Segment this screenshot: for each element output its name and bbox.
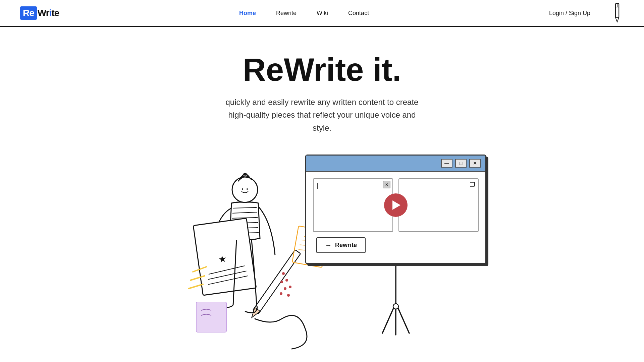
window-titlebar: — □ ✕ bbox=[306, 156, 485, 172]
text-panels: ✕ ❐ bbox=[313, 178, 479, 232]
play-button[interactable] bbox=[384, 193, 408, 217]
nav-contact[interactable]: Contact bbox=[348, 10, 369, 17]
nav-right: Login / Sign Up bbox=[549, 3, 624, 23]
hero-title: ReWrite it. bbox=[243, 54, 401, 86]
arrow-icon: → bbox=[325, 241, 332, 249]
header: Re Write Home Rewrite Wiki Contact Login… bbox=[0, 0, 644, 27]
maximize-button[interactable]: □ bbox=[455, 159, 467, 168]
logo[interactable]: Re Write bbox=[20, 6, 59, 20]
svg-rect-26 bbox=[196, 302, 226, 332]
window-frame: — □ ✕ ✕ bbox=[305, 155, 486, 264]
monitor-stand bbox=[305, 264, 486, 337]
nav-rewrite[interactable]: Rewrite bbox=[276, 10, 297, 17]
logo-write: Write bbox=[38, 8, 59, 18]
close-button[interactable]: ✕ bbox=[469, 159, 481, 168]
nav: Home Rewrite Wiki Contact bbox=[239, 10, 369, 17]
clear-button[interactable]: ✕ bbox=[383, 181, 390, 188]
output-panel[interactable]: ❐ bbox=[398, 178, 479, 232]
hero-subtitle: quickly and easily rewrite any written c… bbox=[221, 96, 423, 134]
logo-re: Re bbox=[20, 6, 37, 20]
stand-base-svg bbox=[376, 303, 416, 337]
svg-point-31 bbox=[284, 287, 286, 290]
pen-icon bbox=[610, 3, 624, 23]
svg-point-4 bbox=[232, 177, 258, 202]
svg-point-40 bbox=[393, 304, 398, 309]
svg-marker-1 bbox=[615, 17, 619, 22]
svg-point-29 bbox=[289, 286, 291, 288]
login-link[interactable]: Login / Sign Up bbox=[549, 10, 590, 17]
stand-pole bbox=[395, 263, 396, 303]
nav-home[interactable]: Home bbox=[239, 10, 256, 17]
svg-point-5 bbox=[242, 188, 243, 190]
play-icon bbox=[392, 200, 400, 210]
monitor-wrapper: — □ ✕ ✕ bbox=[305, 155, 486, 337]
svg-point-28 bbox=[285, 279, 288, 282]
hero-section: ReWrite it. quickly and easily rewrite a… bbox=[0, 27, 644, 337]
rewrite-bar: → Rewrite bbox=[313, 237, 479, 256]
minimize-button[interactable]: — bbox=[441, 159, 452, 168]
rewrite-button-label: Rewrite bbox=[335, 242, 357, 249]
svg-line-36 bbox=[189, 284, 203, 289]
copy-button[interactable]: ❐ bbox=[469, 181, 476, 188]
svg-point-6 bbox=[247, 188, 248, 190]
window-body: ✕ ❐ → bbox=[306, 172, 485, 263]
input-panel[interactable]: ✕ bbox=[313, 178, 393, 232]
nav-wiki[interactable]: Wiki bbox=[317, 10, 328, 17]
svg-point-32 bbox=[287, 294, 290, 297]
hero-visual: ★ bbox=[104, 155, 540, 337]
svg-rect-18 bbox=[253, 250, 301, 314]
svg-text:★: ★ bbox=[218, 253, 227, 265]
text-cursor bbox=[317, 183, 318, 189]
svg-point-30 bbox=[280, 281, 283, 283]
rewrite-button[interactable]: → Rewrite bbox=[316, 237, 366, 253]
svg-point-33 bbox=[280, 292, 282, 295]
svg-point-27 bbox=[282, 272, 285, 275]
